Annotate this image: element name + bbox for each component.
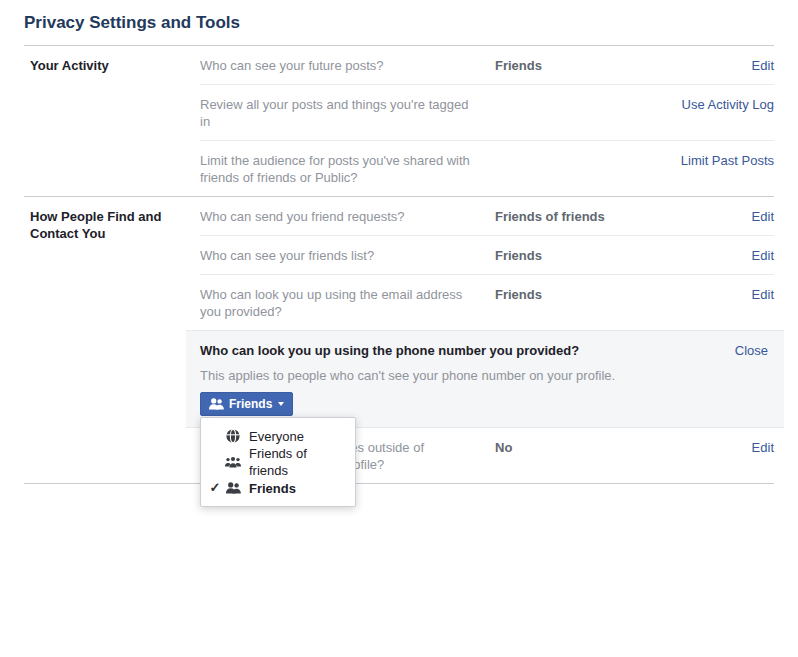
section-label-how-people-find: How People Find and Contact You: [24, 197, 200, 483]
row-question: Review all your posts and things you're …: [200, 96, 495, 130]
limit-past-posts-link[interactable]: Limit Past Posts: [681, 152, 774, 169]
expanded-description: This applies to people who can't see you…: [200, 367, 768, 384]
friends-icon: [223, 482, 243, 494]
row-value: Friends: [495, 57, 670, 74]
menu-item-friends-of-friends[interactable]: Friends of friends: [201, 449, 355, 475]
edit-link[interactable]: Edit: [752, 286, 774, 303]
friends-icon: [209, 398, 224, 410]
table-row-review-posts: Review all your posts and things you're …: [200, 85, 774, 141]
edit-link[interactable]: Edit: [752, 247, 774, 264]
use-activity-log-link[interactable]: Use Activity Log: [682, 96, 775, 113]
row-question: Who can see your friends list?: [200, 247, 495, 264]
audience-dropdown-menu: Everyone: [200, 417, 356, 507]
menu-item-label: Friends: [249, 480, 296, 497]
expanded-setting-panel: Who can look you up using the phone numb…: [186, 330, 784, 428]
section-rows: Who can see your future posts? Friends E…: [200, 46, 774, 196]
check-icon: ✓: [207, 475, 223, 501]
audience-selector: Friends: [200, 392, 360, 416]
row-question: Who can send you friend requests?: [200, 208, 495, 225]
table-row-limit-audience: Limit the audience for posts you've shar…: [200, 141, 774, 196]
table-row-email-lookup: Who can look you up using the email addr…: [200, 275, 774, 330]
edit-link[interactable]: Edit: [752, 57, 774, 74]
page-title: Privacy Settings and Tools: [24, 0, 774, 46]
row-question: Who can see your future posts?: [200, 57, 495, 74]
row-value: Friends of friends: [495, 208, 670, 225]
audience-selector-button[interactable]: Friends: [200, 392, 293, 416]
table-row-future-posts: Who can see your future posts? Friends E…: [200, 46, 774, 85]
privacy-settings-page: Privacy Settings and Tools Your Activity…: [0, 0, 798, 657]
table-row-friend-requests: Who can send you friend requests? Friend…: [200, 197, 774, 236]
table-row-friends-list: Who can see your friends list? Friends E…: [200, 236, 774, 275]
section-label-your-activity: Your Activity: [24, 46, 200, 196]
close-link[interactable]: Close: [735, 342, 768, 359]
expanded-panel-header: Who can look you up using the phone numb…: [200, 342, 768, 359]
section-rows: Who can send you friend requests? Friend…: [200, 197, 774, 483]
row-question: Limit the audience for posts you've shar…: [200, 152, 495, 186]
menu-item-label: Friends of friends: [249, 445, 345, 479]
selector-label: Friends: [229, 397, 272, 411]
edit-link[interactable]: Edit: [752, 439, 774, 456]
menu-item-label: Everyone: [249, 428, 304, 445]
row-question: Who can look you up using the email addr…: [200, 286, 495, 320]
chevron-down-icon: [278, 402, 284, 406]
section-your-activity: Your Activity Who can see your future po…: [24, 46, 774, 197]
section-how-people-find: How People Find and Contact You Who can …: [24, 197, 774, 484]
row-value: No: [495, 439, 670, 456]
edit-link[interactable]: Edit: [752, 208, 774, 225]
expanded-question: Who can look you up using the phone numb…: [200, 342, 599, 359]
globe-icon: [223, 429, 243, 443]
friends-of-friends-icon: [223, 456, 243, 468]
row-value: Friends: [495, 286, 670, 303]
row-value: Friends: [495, 247, 670, 264]
